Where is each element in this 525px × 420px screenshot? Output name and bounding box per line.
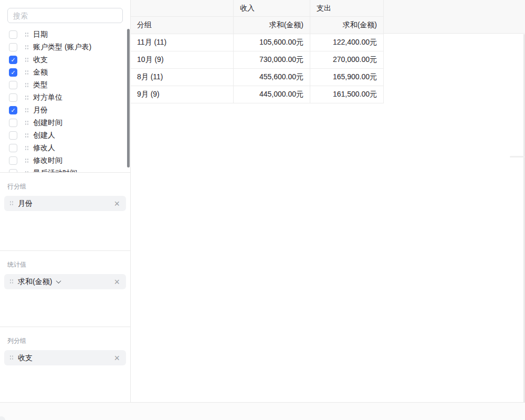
checkbox[interactable] xyxy=(9,68,17,77)
checkbox[interactable] xyxy=(9,30,17,39)
field-item-account-type[interactable]: 账户类型 (账户表) xyxy=(0,41,130,54)
column-group-title: 列分组 xyxy=(4,337,126,345)
value-cell: 161,500.00元 xyxy=(310,86,384,103)
value-cell: 455,600.00元 xyxy=(234,69,310,86)
value-cell: 730,000.00元 xyxy=(234,51,310,69)
drag-handle-icon[interactable] xyxy=(25,70,28,76)
value-cell: 165,900.00元 xyxy=(310,69,384,86)
field-label: 最后活动时间 xyxy=(33,169,77,173)
checkbox[interactable] xyxy=(9,169,17,173)
field-label: 修改时间 xyxy=(33,156,62,165)
column-group-header: 收入 xyxy=(234,0,310,17)
column-group-section: 列分组 收支 × xyxy=(0,327,130,402)
field-item-creator[interactable]: 创建人 xyxy=(0,129,130,142)
pivot-table-area: 收入 支出 分组 求和(金额) 求和(金额) 11月 (11) 105,600.… xyxy=(131,0,525,402)
row-group-title: 行分组 xyxy=(4,182,126,191)
drag-handle-icon[interactable] xyxy=(9,355,13,361)
checkbox[interactable] xyxy=(9,56,17,64)
field-item-type[interactable]: 类型 xyxy=(0,79,130,91)
checkbox[interactable] xyxy=(9,156,17,165)
bottom-bar xyxy=(0,402,525,420)
row-group-chip[interactable]: 月份 × xyxy=(4,196,126,211)
field-label: 账户类型 (账户表) xyxy=(33,43,91,52)
checkbox[interactable] xyxy=(9,93,17,102)
drag-handle-icon[interactable] xyxy=(25,120,28,126)
column-group-header: 支出 xyxy=(310,0,384,17)
drag-handle-icon[interactable] xyxy=(9,279,13,285)
drag-handle-icon[interactable] xyxy=(25,158,28,164)
field-label: 金额 xyxy=(33,68,48,77)
search-input[interactable] xyxy=(7,8,123,23)
resize-handle[interactable] xyxy=(510,156,524,158)
row-group-header: 分组 xyxy=(131,17,234,34)
drag-handle-icon[interactable] xyxy=(25,108,28,113)
drag-handle-icon[interactable] xyxy=(9,201,13,206)
checkbox[interactable] xyxy=(9,131,17,140)
value-header: 求和(金额) xyxy=(310,17,384,34)
remove-icon[interactable]: × xyxy=(113,353,121,363)
remove-icon[interactable]: × xyxy=(113,277,121,287)
chip-label: 求和(金额) xyxy=(18,277,52,287)
field-label: 类型 xyxy=(33,80,48,90)
chip-label: 月份 xyxy=(18,199,33,208)
drag-handle-icon[interactable] xyxy=(25,32,28,38)
drag-handle-icon[interactable] xyxy=(25,82,28,88)
checkbox[interactable] xyxy=(9,119,17,127)
value-cell: 445,000.00元 xyxy=(234,86,310,103)
checkbox[interactable] xyxy=(9,144,17,152)
row-label: 10月 (9) xyxy=(131,51,234,69)
drag-handle-icon[interactable] xyxy=(25,45,28,50)
field-label: 日期 xyxy=(33,30,48,39)
pivot-config-sidebar: 日期 账户类型 (账户表) 收支 金额 类型 对方单位 xyxy=(0,0,131,402)
field-label: 创建人 xyxy=(33,131,55,140)
header-band xyxy=(383,0,525,34)
row-label: 11月 (11) xyxy=(131,34,234,51)
field-item-counterparty[interactable]: 对方单位 xyxy=(0,91,130,104)
sidebar-scrollbar-thumb[interactable] xyxy=(127,29,130,167)
field-label: 创建时间 xyxy=(33,118,62,128)
corner-cell xyxy=(131,0,234,17)
chevron-down-icon[interactable] xyxy=(56,278,61,284)
drag-handle-icon[interactable] xyxy=(25,95,28,101)
field-item-amount[interactable]: 金额 xyxy=(0,66,130,79)
row-label: 9月 (9) xyxy=(131,86,234,103)
pivot-table: 收入 支出 分组 求和(金额) 求和(金额) 11月 (11) 105,600.… xyxy=(131,0,384,103)
drag-handle-icon[interactable] xyxy=(25,145,28,151)
field-label: 对方单位 xyxy=(33,93,62,102)
value-section: 统计值 求和(金额) × xyxy=(0,251,130,327)
chip-label: 收支 xyxy=(18,353,33,363)
row-group-section: 行分组 月份 × xyxy=(0,173,130,251)
value-cell: 122,400.00元 xyxy=(310,34,384,51)
drag-handle-icon[interactable] xyxy=(25,57,28,63)
row-label: 8月 (11) xyxy=(131,69,234,86)
value-cell: 105,600.00元 xyxy=(234,34,310,51)
value-cell: 270,000.00元 xyxy=(310,51,384,69)
field-item-last-activity[interactable]: 最后活动时间 xyxy=(0,167,130,173)
value-chip[interactable]: 求和(金额) × xyxy=(4,274,126,289)
checkbox[interactable] xyxy=(9,81,17,89)
value-header: 求和(金额) xyxy=(234,17,310,34)
field-label: 月份 xyxy=(33,106,48,115)
field-item-income-expense[interactable]: 收支 xyxy=(0,54,130,66)
value-section-title: 统计值 xyxy=(4,260,126,269)
field-label: 修改人 xyxy=(33,143,55,153)
field-label: 收支 xyxy=(33,55,48,65)
field-item-month[interactable]: 月份 xyxy=(0,104,130,117)
field-list: 日期 账户类型 (账户表) 收支 金额 类型 对方单位 xyxy=(0,27,130,173)
field-item-date[interactable]: 日期 xyxy=(0,28,130,41)
column-group-chip[interactable]: 收支 × xyxy=(4,350,126,365)
checkbox[interactable] xyxy=(9,106,17,114)
field-item-created-time[interactable]: 创建时间 xyxy=(0,117,130,129)
field-item-modifier[interactable]: 修改人 xyxy=(0,142,130,154)
drag-handle-icon[interactable] xyxy=(25,133,28,139)
field-item-modified-time[interactable]: 修改时间 xyxy=(0,154,130,167)
checkbox[interactable] xyxy=(9,43,17,51)
remove-icon[interactable]: × xyxy=(113,199,121,208)
